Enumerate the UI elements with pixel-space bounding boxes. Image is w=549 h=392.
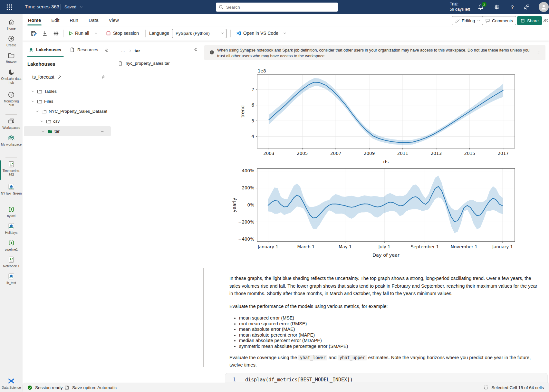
folder-icon xyxy=(46,119,52,124)
rail-item-lh-test[interactable]: lh_test xyxy=(0,272,23,289)
rail-item-home[interactable]: Home xyxy=(0,17,23,34)
feedback-button[interactable] xyxy=(523,4,530,10)
code-cell[interactable]: 1 display(df_metrics[BEST_MODEL_INDEX]) xyxy=(225,373,548,383)
metrics-list: mean squared error (MSE)root mean square… xyxy=(229,315,541,349)
tree-item-nyc-property-sales-dataset[interactable]: NYC_Property_Sales_Dataset xyxy=(23,106,113,116)
vscode-icon xyxy=(236,30,242,36)
stop-session-button[interactable]: Stop session xyxy=(113,31,139,36)
yearly-seasonality-chart: January 1March 1May 1July 1September 1No… xyxy=(226,160,529,263)
rail-item-my-workspace[interactable]: My workspace xyxy=(0,133,23,156)
svg-text:September 1: September 1 xyxy=(411,244,439,249)
search-box[interactable] xyxy=(216,3,338,12)
save-button[interactable] xyxy=(30,30,37,37)
comments-button[interactable]: Comments xyxy=(482,16,516,25)
switch-lakehouse-icon[interactable] xyxy=(101,74,106,80)
code-text[interactable]: display(df_metrics[BEST_MODEL_INDEX]) xyxy=(245,377,353,383)
collapse-panel-icon[interactable] xyxy=(104,48,109,53)
tree-item-csv[interactable]: csv xyxy=(23,116,113,126)
chevron-expanded-icon xyxy=(30,99,35,104)
svg-text:January 1: January 1 xyxy=(492,244,513,249)
open-in-vscode-button[interactable]: Open in VS Code xyxy=(243,31,278,36)
tab-view[interactable]: View xyxy=(108,14,120,26)
collapse-files-icon[interactable] xyxy=(193,47,198,52)
run-all-chevron-icon xyxy=(94,31,98,35)
tab-data[interactable]: Data xyxy=(88,14,99,26)
rail-item-time-series-363[interactable]: Time series-363 xyxy=(0,160,23,182)
tab-home[interactable]: Home xyxy=(27,14,42,26)
breadcrumb-ellipsis[interactable]: … xyxy=(121,48,126,53)
tree-item-tables[interactable]: Tables xyxy=(23,86,113,96)
tree-item-tar[interactable]: tar xyxy=(24,126,111,136)
rail-item-create[interactable]: Create xyxy=(0,34,23,51)
saved-chevron-icon[interactable] xyxy=(79,5,83,9)
explorer-tabs: LakehousesResources xyxy=(23,47,113,57)
rail-item-workspaces[interactable]: Workspaces xyxy=(0,117,23,133)
share-button[interactable]: Share xyxy=(517,16,542,25)
collaborators-icon[interactable] xyxy=(543,17,549,24)
notebook-icon xyxy=(7,160,15,168)
markdown-paragraph: In these graphs, the light blue shading … xyxy=(229,275,541,298)
banner-close-icon[interactable] xyxy=(537,50,541,55)
settings-button[interactable] xyxy=(494,4,500,10)
pencil-icon xyxy=(455,18,460,23)
info-icon xyxy=(209,50,215,55)
tab-run[interactable]: Run xyxy=(69,14,79,26)
save-option-status[interactable]: Save option: Automatic xyxy=(64,385,117,390)
pin-icon[interactable] xyxy=(57,74,62,79)
rail-item-label: Create xyxy=(1,43,22,47)
rail-item-label: pipeline1 xyxy=(1,248,22,252)
file-browser-panel: … tar nyc_property_sales.tar xyxy=(113,41,204,383)
search-input[interactable] xyxy=(226,3,336,12)
svg-text:−400%: −400% xyxy=(238,236,254,242)
rail-item-notebook-1[interactable]: Notebook 1 xyxy=(0,255,23,272)
export-button[interactable] xyxy=(42,30,48,37)
vscode-chevron-icon[interactable] xyxy=(283,31,287,35)
file-item-nyc-property-sales-tar[interactable]: nyc_property_sales.tar xyxy=(118,59,170,68)
more-icon[interactable] xyxy=(100,129,105,134)
breadcrumb-current[interactable]: tar xyxy=(135,48,140,53)
rail-item-label: Workspaces xyxy=(1,126,22,130)
panel-resize-handle[interactable] xyxy=(203,268,204,367)
run-all-icon[interactable] xyxy=(68,30,74,36)
lakehouse-tree: TablesFilesNYC_Property_Sales_Datasetcsv… xyxy=(23,86,113,136)
app-launcher-icon[interactable] xyxy=(6,4,13,11)
rail-item-nytaxi[interactable]: nytaxi xyxy=(0,205,23,222)
tab-edit[interactable]: Edit xyxy=(51,14,60,26)
stop-session-icon[interactable] xyxy=(105,30,111,36)
notebook-title[interactable]: Time series-363 xyxy=(25,4,59,9)
run-all-button[interactable]: Run all xyxy=(75,31,89,36)
rail-item-pipeline1[interactable]: pipeline1 xyxy=(0,238,23,255)
explorer-tab-lakehouses[interactable]: Lakehouses xyxy=(28,47,61,53)
lakehouse-explorer-panel: LakehousesResources Lakehouses ts_foreca… xyxy=(23,41,113,383)
rail-item-nytaxi-green[interactable]: NYTaxi_Green xyxy=(0,182,23,205)
cell-selection-status: Selected Cell 15 of 64 cells xyxy=(484,385,544,390)
banner-text: When using Synapse notebook and Spark jo… xyxy=(217,47,530,59)
language-select[interactable]: PySpark (Python) xyxy=(172,29,227,38)
help-button[interactable]: ? xyxy=(509,4,515,10)
tab-label: Lakehouses xyxy=(36,47,61,52)
run-all-chevron-icon[interactable] xyxy=(94,31,98,35)
rail-item-browse[interactable]: Browse xyxy=(0,51,23,68)
rail-item-label: Holidays xyxy=(1,231,22,235)
tree-item-label: NYC_Property_Sales_Dataset xyxy=(49,109,107,114)
tree-item-label: csv xyxy=(53,119,60,124)
share-icon xyxy=(520,18,525,23)
rail-item-data-science[interactable]: Data Science xyxy=(0,377,23,390)
chevron-down-icon xyxy=(477,19,480,23)
rail-item-label: Data Science xyxy=(1,386,22,390)
editing-mode-button[interactable]: Editing xyxy=(452,16,484,25)
save-status[interactable]: Saved xyxy=(64,5,76,9)
rail-item-holidays[interactable]: Holidays xyxy=(0,222,23,238)
svg-text:2009: 2009 xyxy=(364,151,375,156)
notebook-settings-button[interactable] xyxy=(53,30,59,37)
folder-icon xyxy=(41,109,47,114)
rail-item-label: lh_test xyxy=(1,281,22,285)
rail-item-monitoring-hub[interactable]: Monitoring hub xyxy=(0,90,23,113)
tree-item-files[interactable]: Files xyxy=(23,96,113,106)
inline-code: yhat_upper xyxy=(338,355,367,360)
avatar[interactable] xyxy=(539,2,549,12)
rail-item-onelake-data-hub[interactable]: OneLake data hub xyxy=(0,68,23,90)
more-icon xyxy=(100,129,105,134)
explorer-tab-resources[interactable]: Resources xyxy=(70,47,98,53)
lakehouse-source-row[interactable]: ts_forecast xyxy=(23,73,113,82)
